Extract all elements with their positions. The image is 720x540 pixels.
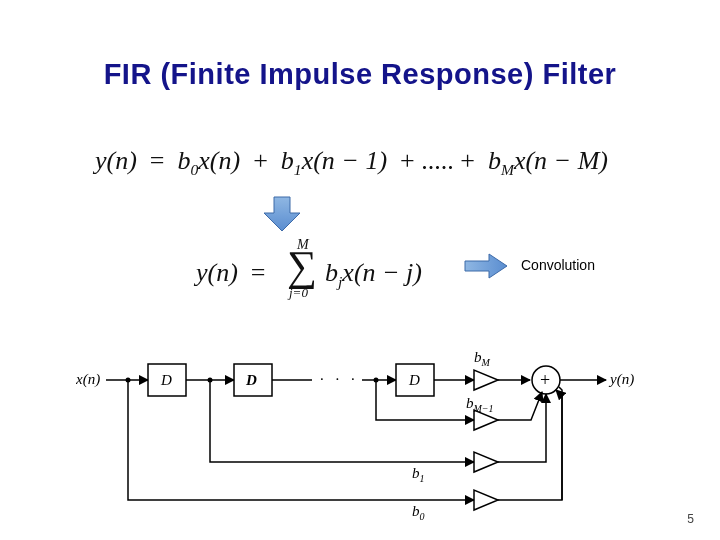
equation-summation-lhs: y(n) =	[196, 258, 272, 288]
equation-expanded: y(n) = b0x(n) + b1x(n − 1) + ..... + bMx…	[95, 146, 608, 179]
eq2-eq: =	[244, 258, 272, 287]
eq1-eq: =	[143, 146, 171, 175]
sigma-bot: j=0	[289, 285, 308, 301]
eq1-subM: M	[501, 161, 514, 178]
eq1-xM: x(n − M)	[514, 146, 608, 175]
diagram-gain-bM: bM	[474, 350, 491, 368]
eq1-b0: b	[178, 146, 191, 175]
eq1-lhs: y(n)	[95, 146, 137, 175]
diagram-gain-bM1: bM−1	[466, 395, 494, 414]
convolution-label: Convolution	[521, 257, 595, 273]
diagram-delay-1: D	[160, 372, 172, 388]
page-title: FIR (Finite Impulse Response) Filter	[0, 58, 720, 91]
eq1-plus1: +	[247, 146, 275, 175]
equation-summation-body: bjx(n − j)	[325, 258, 422, 291]
eq1-x0: x(n)	[198, 146, 240, 175]
diagram-gain-b0: b0	[412, 503, 425, 520]
eq1-bM: b	[488, 146, 501, 175]
svg-line-15	[556, 390, 562, 396]
eq2-b: b	[325, 258, 338, 287]
down-arrow-icon	[260, 195, 304, 233]
diagram-dots: · · ·	[320, 371, 359, 387]
fir-block-diagram: .bx { fill:#fff; stroke:#000; stroke-wid…	[76, 350, 644, 505]
diagram-delay-2: D	[245, 372, 257, 388]
eq2-rest: x(n − j)	[342, 258, 422, 287]
diagram-output-label: y(n)	[608, 371, 634, 388]
diagram-input-label: x(n)	[76, 371, 100, 388]
sigma-icon: M ∑ j=0	[287, 245, 317, 287]
diagram-delay-M: D	[408, 372, 420, 388]
eq2-lhs: y(n)	[196, 258, 238, 287]
eq1-sub1: 1	[294, 161, 302, 178]
sigma-top: M	[297, 237, 309, 253]
eq1-b1: b	[281, 146, 294, 175]
diagram-gain-b1: b1	[412, 465, 425, 484]
eq1-dots: + ..... +	[394, 146, 482, 175]
eq1-x1: x(n − 1)	[302, 146, 387, 175]
diagram-adder: +	[540, 370, 550, 390]
right-arrow-icon	[463, 252, 509, 280]
page-number: 5	[687, 512, 694, 526]
